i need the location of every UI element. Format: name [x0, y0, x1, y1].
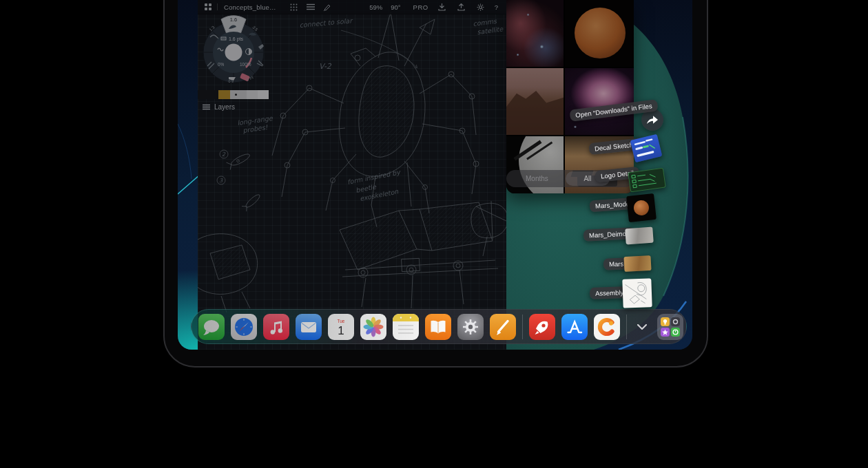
concepts-app-icon[interactable]: [594, 314, 620, 340]
photos-dim-overlay: [506, 0, 634, 193]
opacity-max-label: 100%: [240, 62, 251, 67]
pen-mode-icon[interactable]: [322, 1, 333, 12]
tool-wheel[interactable]: 1.6 1.3 3.5 14.5 6.0: [198, 12, 273, 89]
notes-app-icon[interactable]: [393, 314, 419, 340]
layers-panel-toggle[interactable]: Layers: [203, 103, 235, 111]
pro-badge[interactable]: PRO: [413, 3, 428, 11]
layers-menu-icon[interactable]: [305, 1, 316, 12]
swatch-gold[interactable]: [218, 90, 230, 99]
draw-app-icon[interactable]: [490, 314, 516, 340]
rocket-app-icon[interactable]: [529, 314, 555, 340]
document-title[interactable]: Concepts_blue…: [224, 3, 276, 11]
photos-app-icon[interactable]: [360, 314, 386, 340]
annotation-connect: connect to solar: [299, 17, 353, 29]
dock: Tue 1: [191, 309, 687, 344]
swatch-light-gray[interactable]: [230, 90, 247, 99]
calendar-day: 1: [338, 324, 344, 337]
calendar-weekday: Tue: [338, 319, 345, 323]
brush-size-value: 1.6 pts: [229, 36, 244, 42]
hamburger-icon: [203, 104, 210, 110]
help-button[interactable]: ?: [495, 3, 498, 11]
photos-app-window: Months All: [506, 0, 634, 193]
export-icon[interactable]: [456, 1, 467, 12]
swatch-white[interactable]: [258, 90, 269, 99]
drag-thumb-assembly[interactable]: [622, 278, 652, 308]
drag-thumb-mars-deimos[interactable]: [625, 227, 654, 245]
stage: connect to solar comms satellite V-2 lon…: [0, 0, 868, 468]
mail-app-icon[interactable]: [296, 314, 322, 340]
drag-thumb-mars-model[interactable]: [626, 193, 657, 222]
gallery-grid-icon[interactable]: [203, 1, 214, 12]
dock-divider: [522, 315, 523, 339]
swatch-lighter-gray[interactable]: [247, 90, 258, 99]
slice-size: 6.0: [228, 79, 234, 83]
opacity-min-label: 0%: [218, 62, 225, 67]
color-palette: [198, 90, 269, 99]
rotation-value[interactable]: 90°: [391, 3, 400, 11]
messages-app-icon[interactable]: [198, 314, 225, 340]
calendar-app-icon[interactable]: Tue 1: [328, 314, 354, 340]
swatch-black[interactable]: [198, 90, 218, 99]
dock-divider-2: [626, 315, 627, 339]
app-store-app-icon[interactable]: [561, 314, 588, 340]
drag-thumb-mars[interactable]: [623, 255, 651, 272]
ipad-screen: connect to solar comms satellite V-2 lon…: [178, 0, 692, 350]
settings-app-icon[interactable]: [457, 314, 484, 340]
active-brush-size: 1.6: [230, 17, 237, 23]
dock-chevron-down-icon[interactable]: [633, 314, 651, 340]
app-library-icon[interactable]: [657, 314, 683, 340]
toolbar-divider: [217, 3, 218, 10]
books-app-icon[interactable]: [425, 314, 451, 340]
import-icon[interactable]: [437, 1, 448, 12]
zoom-level[interactable]: 59%: [369, 3, 382, 11]
layers-label: Layers: [214, 103, 235, 111]
settings-gear-icon[interactable]: [475, 1, 486, 12]
safari-app-icon[interactable]: [231, 314, 257, 340]
annotation-num-1: 2: [222, 151, 226, 158]
concepts-app-window: connect to solar comms satellite V-2 lon…: [198, 0, 506, 350]
annotation-num-2: 3: [219, 178, 223, 184]
annotation-version: V-2: [319, 62, 332, 71]
snap-grid-icon[interactable]: [289, 1, 300, 12]
forward-arrow-icon: [646, 115, 659, 125]
music-app-icon[interactable]: [263, 314, 289, 340]
